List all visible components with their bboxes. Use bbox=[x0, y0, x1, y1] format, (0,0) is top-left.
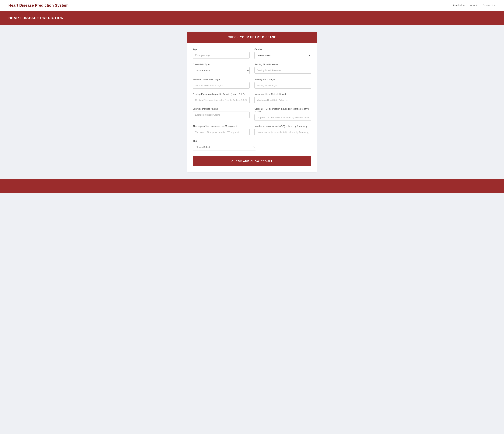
nav-prediction[interactable]: Prediction bbox=[453, 4, 465, 7]
group-chest-pain: Chest Pain Type Please Select Typical An… bbox=[193, 63, 250, 74]
group-max-hr: Maximum Heart Rate Achieved bbox=[254, 93, 311, 103]
fasting-bs-input[interactable] bbox=[254, 82, 311, 89]
resting-bp-label: Resting Blood Pressure bbox=[254, 63, 311, 66]
row-angina-oldpeak: Exercise Induced Angina Oldpeak = ST dep… bbox=[193, 108, 311, 121]
group-slope: The slope of the peak exercise ST segmen… bbox=[193, 125, 250, 135]
fasting-bs-label: Fasting Blood Sugar bbox=[254, 78, 311, 81]
form-card: CHECK YOUR HEART DISEASE Age Gender Plea… bbox=[187, 32, 317, 172]
group-vessels: Number of major vessels (0-3) colored by… bbox=[254, 125, 311, 135]
oldpeak-input[interactable] bbox=[254, 114, 311, 121]
nav-contact[interactable]: Contact Us bbox=[483, 4, 495, 7]
row-age-gender: Age Gender Please Select Male Female bbox=[193, 48, 311, 59]
slope-input[interactable] bbox=[193, 129, 250, 135]
form-card-title: CHECK YOUR HEART DISEASE bbox=[193, 36, 311, 39]
exercise-angina-input[interactable] bbox=[193, 111, 250, 118]
chest-pain-select[interactable]: Please Select Typical Angina Atypical An… bbox=[193, 67, 250, 74]
max-hr-label: Maximum Heart Rate Achieved bbox=[254, 93, 311, 95]
row-ecg-hr: Resting Electrocardiographic Results (va… bbox=[193, 93, 311, 103]
age-input[interactable] bbox=[193, 52, 250, 58]
oldpeak-label: Oldpeak = ST depression induced by exerc… bbox=[254, 108, 311, 113]
exercise-angina-label: Exercise Induced Angina bbox=[193, 108, 250, 110]
group-oldpeak: Oldpeak = ST depression induced by exerc… bbox=[254, 108, 311, 121]
form-card-header: CHECK YOUR HEART DISEASE bbox=[187, 32, 317, 43]
gender-select[interactable]: Please Select Male Female bbox=[254, 52, 311, 59]
main-content: CHECK YOUR HEART DISEASE Age Gender Plea… bbox=[184, 32, 320, 172]
group-age: Age bbox=[193, 48, 250, 59]
max-hr-input[interactable] bbox=[254, 97, 311, 103]
slope-label: The slope of the peak exercise ST segmen… bbox=[193, 125, 250, 128]
hero-banner: HEART DISEASE PREDICTION bbox=[0, 11, 504, 25]
serum-chol-input[interactable] bbox=[193, 82, 250, 89]
group-thal: Thal Please Select Normal Fixed Defect R… bbox=[193, 139, 256, 150]
group-resting-ecg: Resting Electrocardiographic Results (va… bbox=[193, 93, 250, 103]
hero-title: HEART DISEASE PREDICTION bbox=[9, 16, 495, 20]
age-label: Age bbox=[193, 48, 250, 51]
chest-pain-label: Chest Pain Type bbox=[193, 63, 250, 66]
group-fasting-bs: Fasting Blood Sugar bbox=[254, 78, 311, 89]
row-chol-bs: Serum Cholestoral in mg/dl Fasting Blood… bbox=[193, 78, 311, 89]
group-resting-bp: Resting Blood Pressure bbox=[254, 63, 311, 74]
group-gender: Gender Please Select Male Female bbox=[254, 48, 311, 59]
thal-select[interactable]: Please Select Normal Fixed Defect Revers… bbox=[193, 144, 256, 150]
resting-ecg-label: Resting Electrocardiographic Results (va… bbox=[193, 93, 250, 95]
navbar-brand[interactable]: Heart Disease Prediction System bbox=[9, 3, 69, 8]
gender-label: Gender bbox=[254, 48, 311, 51]
thal-label: Thal bbox=[193, 139, 256, 142]
row-slope-vessels: The slope of the peak exercise ST segmen… bbox=[193, 125, 311, 135]
resting-bp-input[interactable] bbox=[254, 67, 311, 74]
nav-about[interactable]: About bbox=[470, 4, 477, 7]
submit-button[interactable]: CHECK AND SHOW RESULT bbox=[193, 157, 311, 166]
resting-ecg-input[interactable] bbox=[193, 97, 250, 103]
row-thal: Thal Please Select Normal Fixed Defect R… bbox=[193, 139, 311, 150]
navbar-links: Prediction About Contact Us bbox=[453, 4, 495, 7]
serum-chol-label: Serum Cholestoral in mg/dl bbox=[193, 78, 250, 81]
vessels-input[interactable] bbox=[254, 129, 311, 135]
vessels-label: Number of major vessels (0-3) colored by… bbox=[254, 125, 311, 128]
group-exercise-angina: Exercise Induced Angina bbox=[193, 108, 250, 121]
row-chest-bp: Chest Pain Type Please Select Typical An… bbox=[193, 63, 311, 74]
navbar: Heart Disease Prediction System Predicti… bbox=[0, 0, 504, 11]
footer bbox=[0, 179, 504, 193]
group-serum-chol: Serum Cholestoral in mg/dl bbox=[193, 78, 250, 89]
form-body: Age Gender Please Select Male Female Che… bbox=[187, 43, 317, 172]
